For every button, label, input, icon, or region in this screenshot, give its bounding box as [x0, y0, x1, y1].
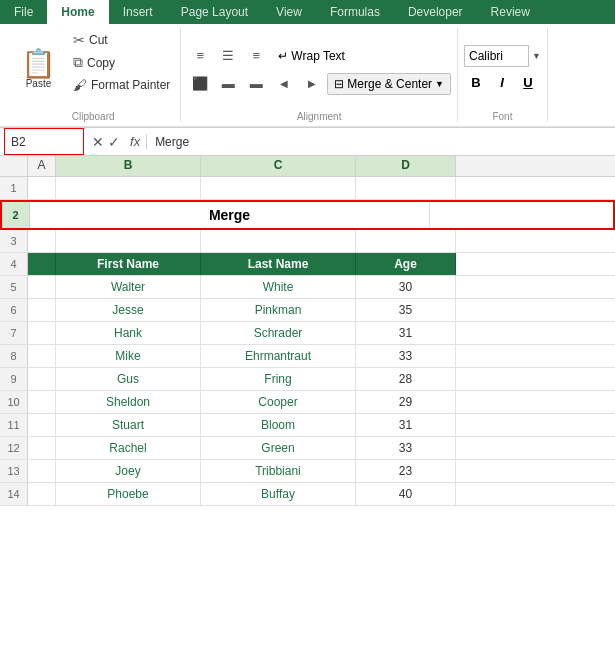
tab-formulas[interactable]: Formulas: [316, 0, 394, 24]
table-row: 3: [0, 230, 615, 253]
cell-a12[interactable]: [28, 437, 56, 459]
merged-cell-b2[interactable]: Merge: [30, 202, 430, 228]
col-header-a[interactable]: A: [28, 156, 56, 176]
cell-b10[interactable]: Sheldon: [56, 391, 201, 413]
merge-center-button[interactable]: ⊟ Merge & Center ▼: [327, 73, 451, 95]
cell-a7[interactable]: [28, 322, 56, 344]
cell-a8[interactable]: [28, 345, 56, 367]
underline-button[interactable]: U: [516, 71, 540, 95]
wrap-text-label: Wrap Text: [291, 49, 345, 63]
cell-c11[interactable]: Bloom: [201, 414, 356, 436]
function-icon[interactable]: fx: [124, 134, 147, 149]
cell-b1[interactable]: [56, 177, 201, 199]
cell-c14[interactable]: Buffay: [201, 483, 356, 505]
cell-b3[interactable]: [56, 230, 201, 252]
cell-reference-box[interactable]: B2: [4, 128, 84, 155]
col-header-c[interactable]: C: [201, 156, 356, 176]
cell-a4[interactable]: [28, 253, 56, 275]
column-headers: A B C D: [0, 156, 615, 177]
cell-d7[interactable]: 31: [356, 322, 456, 344]
cell-b8[interactable]: Mike: [56, 345, 201, 367]
cell-c1[interactable]: [201, 177, 356, 199]
cell-c3[interactable]: [201, 230, 356, 252]
cell-c8[interactable]: Ehrmantraut: [201, 345, 356, 367]
cell-b7[interactable]: Hank: [56, 322, 201, 344]
cancel-formula-icon[interactable]: ✕: [92, 134, 104, 150]
cell-d14[interactable]: 40: [356, 483, 456, 505]
cell-a6[interactable]: [28, 299, 56, 321]
cell-d10[interactable]: 29: [356, 391, 456, 413]
align-left-button[interactable]: ⬛: [187, 73, 213, 95]
cell-d9[interactable]: 28: [356, 368, 456, 390]
table-row: 13 Joey Tribbiani 23: [0, 460, 615, 483]
confirm-formula-icon[interactable]: ✓: [108, 134, 120, 150]
font-name-input[interactable]: [464, 45, 529, 67]
tab-view[interactable]: View: [262, 0, 316, 24]
cell-a10[interactable]: [28, 391, 56, 413]
formula-content[interactable]: Merge: [147, 135, 615, 149]
paste-button[interactable]: 📋 Paste: [12, 45, 65, 94]
cut-button[interactable]: ✂ Cut: [69, 30, 174, 50]
wrap-text-button[interactable]: ↵ Wrap Text: [271, 45, 352, 67]
table-row: 11 Stuart Bloom 31: [0, 414, 615, 437]
cell-d1[interactable]: [356, 177, 456, 199]
cell-a14[interactable]: [28, 483, 56, 505]
cell-b14[interactable]: Phoebe: [56, 483, 201, 505]
cell-b12[interactable]: Rachel: [56, 437, 201, 459]
cell-b6[interactable]: Jesse: [56, 299, 201, 321]
cell-c4[interactable]: Last Name: [201, 253, 356, 275]
merge-icon: ⊟: [334, 77, 344, 91]
indent-decrease-button[interactable]: ◀: [271, 73, 297, 95]
cell-c13[interactable]: Tribbiani: [201, 460, 356, 482]
cell-d11[interactable]: 31: [356, 414, 456, 436]
cell-a3[interactable]: [28, 230, 56, 252]
cell-c5[interactable]: White: [201, 276, 356, 298]
cell-c6[interactable]: Pinkman: [201, 299, 356, 321]
row-number: 6: [0, 299, 28, 321]
tab-insert[interactable]: Insert: [109, 0, 167, 24]
merge-dropdown-icon[interactable]: ▼: [435, 79, 444, 89]
cell-a9[interactable]: [28, 368, 56, 390]
font-size-dropdown-icon[interactable]: ▼: [532, 51, 541, 61]
cell-c9[interactable]: Fring: [201, 368, 356, 390]
align-top-right-button[interactable]: ≡: [243, 45, 269, 67]
cell-b9[interactable]: Gus: [56, 368, 201, 390]
align-right-button[interactable]: ▬: [243, 73, 269, 95]
cell-b5[interactable]: Walter: [56, 276, 201, 298]
cell-c10[interactable]: Cooper: [201, 391, 356, 413]
cell-d8[interactable]: 33: [356, 345, 456, 367]
cell-d6[interactable]: 35: [356, 299, 456, 321]
tab-page-layout[interactable]: Page Layout: [167, 0, 262, 24]
table-row: 14 Phoebe Buffay 40: [0, 483, 615, 506]
tab-developer[interactable]: Developer: [394, 0, 477, 24]
cell-a5[interactable]: [28, 276, 56, 298]
cell-c12[interactable]: Green: [201, 437, 356, 459]
cell-c7[interactable]: Schrader: [201, 322, 356, 344]
copy-button[interactable]: ⧉ Copy: [69, 52, 174, 73]
bold-button[interactable]: B: [464, 71, 488, 95]
align-top-center-button[interactable]: ☰: [215, 45, 241, 67]
cell-d4[interactable]: Age: [356, 253, 456, 275]
cell-b13[interactable]: Joey: [56, 460, 201, 482]
cell-d5[interactable]: 30: [356, 276, 456, 298]
cell-d13[interactable]: 23: [356, 460, 456, 482]
format-painter-button[interactable]: 🖌 Format Painter: [69, 75, 174, 95]
italic-button[interactable]: I: [490, 71, 514, 95]
cell-d12[interactable]: 33: [356, 437, 456, 459]
cell-a11[interactable]: [28, 414, 56, 436]
align-top-left-button[interactable]: ≡: [187, 45, 213, 67]
cell-a1[interactable]: [28, 177, 56, 199]
tab-file[interactable]: File: [0, 0, 47, 24]
col-header-d[interactable]: D: [356, 156, 456, 176]
indent-increase-button[interactable]: ▶: [299, 73, 325, 95]
cell-b4[interactable]: First Name: [56, 253, 201, 275]
cell-a13[interactable]: [28, 460, 56, 482]
row-number: 10: [0, 391, 28, 413]
cell-b11[interactable]: Stuart: [56, 414, 201, 436]
copy-icon: ⧉: [73, 54, 83, 71]
tab-home[interactable]: Home: [47, 0, 108, 24]
cell-d3[interactable]: [356, 230, 456, 252]
tab-review[interactable]: Review: [477, 0, 544, 24]
col-header-b[interactable]: B: [56, 156, 201, 176]
align-center-button[interactable]: ▬: [215, 73, 241, 95]
